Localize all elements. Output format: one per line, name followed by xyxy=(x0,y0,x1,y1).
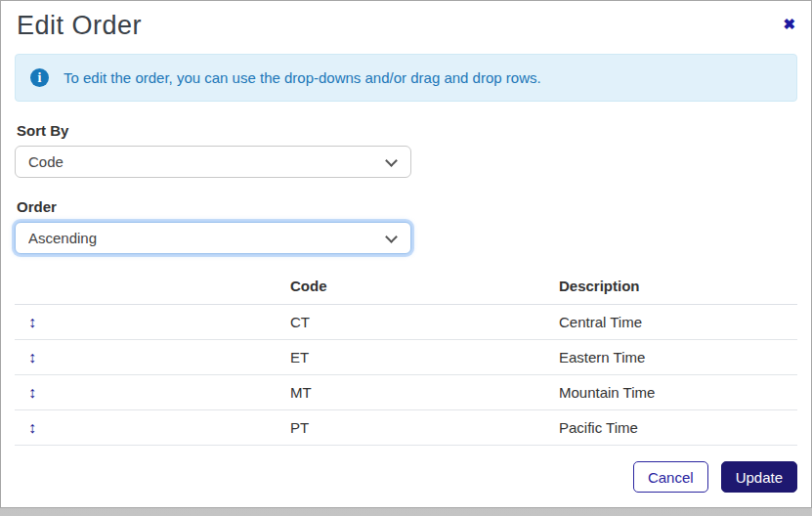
table-row[interactable]: ↕ MT Mountain Time xyxy=(15,375,797,410)
order-select-wrap: Ascending xyxy=(15,222,411,254)
code-cell: PT xyxy=(282,410,551,446)
drag-column-header xyxy=(15,272,282,305)
table-row[interactable]: ↕ ET Eastern Time xyxy=(15,340,797,375)
drag-handle-icon[interactable]: ↕ xyxy=(28,419,36,436)
description-cell: Central Time xyxy=(551,305,797,340)
edit-order-modal: Edit Order ✖ i To edit the order, you ca… xyxy=(0,0,812,508)
code-cell: MT xyxy=(282,375,551,410)
description-cell: Mountain Time xyxy=(551,375,797,410)
order-select[interactable]: Ascending xyxy=(15,222,411,254)
info-icon: i xyxy=(30,68,49,87)
order-label: Order xyxy=(15,198,797,215)
info-alert-text: To edit the order, you can use the drop-… xyxy=(64,69,541,86)
table-row[interactable]: ↕ CT Central Time xyxy=(15,305,797,340)
code-column-header: Code xyxy=(282,272,551,305)
drag-handle-icon[interactable]: ↕ xyxy=(28,349,36,366)
page-title: Edit Order xyxy=(15,11,142,41)
description-column-header: Description xyxy=(551,272,797,305)
drag-handle-icon[interactable]: ↕ xyxy=(28,314,36,330)
order-table: Code Description ↕ CT Central Time ↕ ET … xyxy=(15,272,797,446)
drag-handle-icon[interactable]: ↕ xyxy=(28,384,36,401)
sort-by-label: Sort By xyxy=(15,122,797,139)
table-header-row: Code Description xyxy=(15,272,797,305)
modal-header: Edit Order ✖ xyxy=(15,1,797,41)
sort-by-select-wrap: Code xyxy=(15,146,411,178)
code-cell: CT xyxy=(282,305,551,340)
sort-by-select[interactable]: Code xyxy=(15,146,411,178)
order-group: Order Ascending xyxy=(15,198,797,254)
update-button[interactable]: Update xyxy=(721,461,797,493)
close-icon[interactable]: ✖ xyxy=(781,11,797,33)
modal-footer: Cancel Update xyxy=(15,461,797,493)
description-cell: Pacific Time xyxy=(551,410,797,446)
table-row[interactable]: ↕ PT Pacific Time xyxy=(15,410,797,446)
info-alert: i To edit the order, you can use the dro… xyxy=(15,54,797,102)
description-cell: Eastern Time xyxy=(551,340,797,375)
cancel-button[interactable]: Cancel xyxy=(633,461,708,493)
sort-by-group: Sort By Code xyxy=(15,122,797,178)
code-cell: ET xyxy=(282,340,551,375)
